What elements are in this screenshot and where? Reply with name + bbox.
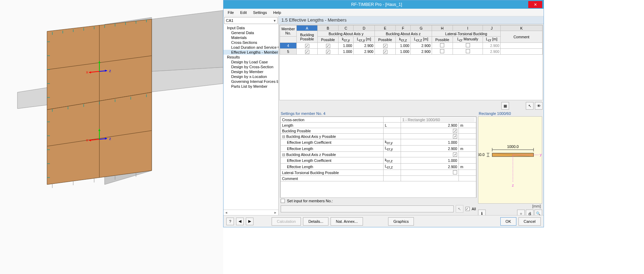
pick-icon[interactable]: ↖ [456,205,463,213]
section-title: 1.5 Effective Lengths - Members [279,16,544,24]
checkbox[interactable] [383,44,387,48]
excel-icon[interactable]: ▦ [501,102,509,110]
checkbox[interactable] [326,44,330,48]
model-viewport-3d[interactable]: x z x z [0,0,223,274]
tree-cross-sections[interactable]: Cross-Sections [223,40,278,45]
svg-text:y: y [540,152,542,157]
cross-section-preview: Rectangle 1000/60 1000.0 60.0 [478,111,542,214]
checkbox[interactable] [466,49,470,53]
settings-panel: Settings for member No. 4 Cross-section … [280,111,477,214]
pick-member-icon[interactable]: ↖ [526,102,533,110]
svg-text:z: z [512,183,514,187]
tree-governing-forces[interactable]: Governing Internal Forces by M [223,79,278,84]
menu-file[interactable]: File [225,10,237,15]
svg-text:60.0: 60.0 [478,152,485,157]
svg-marker-1 [152,10,223,71]
tree-design-cross-section[interactable]: Design by Cross-Section [223,64,278,69]
ok-button[interactable]: OK [500,217,516,226]
tree-general-data[interactable]: General Data [223,30,278,35]
calculation-button[interactable]: Calculation [272,217,301,226]
property-grid[interactable]: Cross-section LengthL2.900m Buckling Pos… [280,116,477,198]
tree-input-data[interactable]: Input Data [223,25,278,30]
view-mode-icon[interactable]: 👁 [535,102,543,110]
rf-timber-dialog: RF-TIMBER Pro - [Haus_1] ✕ File Edit Set… [223,0,544,227]
svg-text:1000.0: 1000.0 [507,144,518,149]
info-icon[interactable]: ℹ [478,210,486,215]
svg-text:x: x [86,70,88,74]
tree-hscroll[interactable]: ◂▸ [223,210,278,215]
render-icon[interactable]: ⟐ [517,210,525,215]
checkbox[interactable] [466,43,470,47]
checkbox[interactable] [305,50,309,54]
next-table-icon[interactable]: ▶ [246,218,253,225]
checkbox[interactable] [453,134,457,139]
menu-help[interactable]: Help [270,10,284,15]
case-combo[interactable]: CA1 [224,17,278,24]
checkbox[interactable] [326,50,330,54]
tree-design-member[interactable]: Design by Member [223,69,278,74]
menu-settings[interactable]: Settings [250,10,270,15]
titlebar[interactable]: RF-TIMBER Pro - [Haus_1] ✕ [223,0,544,9]
prev-table-icon[interactable]: ◀ [236,218,244,225]
settings-title: Settings for member No. 4 [280,111,477,116]
graphics-button[interactable]: Graphics [388,217,414,226]
all-checkbox[interactable] [465,207,470,211]
zoom-extents-icon[interactable]: 🔍 [535,210,542,215]
set-input-field[interactable] [281,205,454,212]
close-icon[interactable]: ✕ [528,1,542,8]
table-row[interactable]: 5 1.000 2.900 1.000 2.900 2.900 [280,49,543,55]
window-title: RF-TIMBER Pro - [Haus_1] [225,2,528,7]
details-button[interactable]: Details... [303,217,328,226]
tree-design-x-location[interactable]: Design by x-Location [223,74,278,79]
tree-load-duration[interactable]: Load Duration and Service Clas [223,45,278,50]
checkbox[interactable] [440,43,444,47]
tree-parts-list[interactable]: Parts List by Member [223,84,278,89]
print-icon[interactable]: 🖨 [526,210,533,215]
cancel-button[interactable]: Cancel [518,217,541,226]
checkbox[interactable] [453,152,457,157]
menubar: File Edit Settings Help [223,9,544,16]
tree-materials[interactable]: Materials [223,35,278,40]
menu-edit[interactable]: Edit [237,10,250,15]
nat-annex-button[interactable]: Nat. Annex... [331,217,363,226]
svg-text:x: x [86,138,88,142]
members-table[interactable]: MemberNo. A BCD EFG HIJ K BucklingPossib… [279,25,543,100]
help-icon[interactable]: ? [226,218,234,225]
set-input-label: Set input for members No.: [287,199,333,203]
tree-effective-lengths[interactable]: Effective Lengths - Members [223,50,278,55]
dialog-footer: ? ◀ ▶ Calculation Details... Nat. Annex.… [223,215,544,227]
checkbox[interactable] [383,50,387,54]
checkbox[interactable] [453,129,457,133]
cross-section-field [402,118,475,122]
preview-viewport[interactable]: 1000.0 60.0 y z [478,116,542,204]
svg-text:z: z [109,69,111,73]
checkbox[interactable] [440,49,444,53]
checkbox[interactable] [453,170,457,174]
preview-unit: [mm] [478,204,542,209]
svg-text:z: z [109,136,111,141]
tree-design-load-case[interactable]: Design by Load Case [223,60,278,64]
preview-title: Rectangle 1000/60 [478,111,542,116]
checkbox[interactable] [305,44,309,48]
table-row[interactable]: 4 1.000 2.900 1.000 2.900 2.900 [280,43,543,49]
navigator-tree[interactable]: Input Data General Data Materials Cross-… [223,25,278,210]
navigator-panel: CA1 Input Data General Data Materials Cr… [223,16,279,215]
set-input-checkbox[interactable] [281,199,285,203]
tree-results[interactable]: Results [223,55,278,60]
all-label: All [472,207,476,211]
